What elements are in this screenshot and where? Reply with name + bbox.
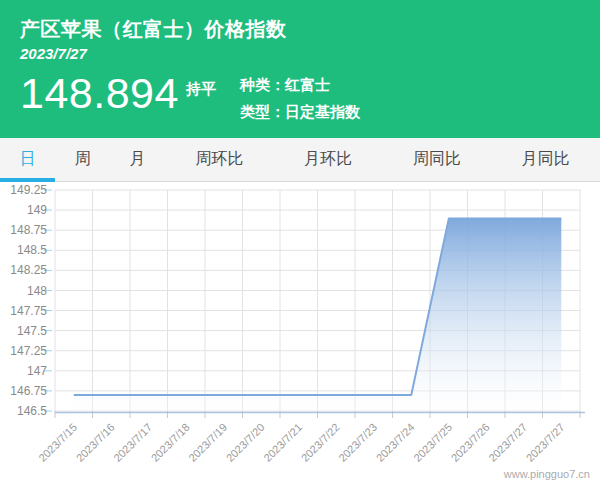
- tab-month-yoy[interactable]: 月同比: [491, 138, 600, 181]
- y-axis-labels: 149.25149148.75148.5148.25148147.75147.5…: [10, 183, 47, 418]
- header-date: 2023/7/27: [20, 45, 87, 62]
- meta-type: 类型：日定基指数: [240, 98, 360, 125]
- svg-text:147: 147: [27, 364, 47, 378]
- trend-label: 持平: [186, 80, 216, 99]
- svg-text:148.5: 148.5: [17, 243, 47, 257]
- svg-text:2023/7/27: 2023/7/27: [524, 421, 567, 464]
- price-index-widget: 产区苹果（红富士）价格指数 2023/7/27 148.894 持平 种类：红富…: [0, 0, 600, 484]
- svg-text:2023/7/24: 2023/7/24: [374, 421, 417, 464]
- svg-text:147.25: 147.25: [10, 344, 47, 358]
- svg-text:2023/7/21: 2023/7/21: [261, 421, 304, 464]
- svg-text:2023/7/16: 2023/7/16: [74, 421, 117, 464]
- price-chart[interactable]: 149.25149148.75148.5148.25148147.75147.5…: [0, 182, 600, 484]
- tab-week-yoy[interactable]: 周同比: [382, 138, 491, 181]
- svg-text:148.75: 148.75: [10, 223, 47, 237]
- svg-text:2023/7/22: 2023/7/22: [299, 421, 342, 464]
- svg-text:2023/7/20: 2023/7/20: [224, 421, 267, 464]
- index-value-row: 148.894 持平: [20, 68, 216, 118]
- svg-text:2023/7/18: 2023/7/18: [149, 421, 192, 464]
- tab-month[interactable]: 月: [110, 138, 165, 181]
- svg-text:2023/7/23: 2023/7/23: [336, 421, 379, 464]
- svg-text:147.5: 147.5: [17, 324, 47, 338]
- svg-text:2023/7/17: 2023/7/17: [111, 421, 154, 464]
- meta-species: 种类：红富士: [240, 71, 360, 98]
- svg-text:146.75: 146.75: [10, 384, 47, 398]
- svg-text:2023/7/19: 2023/7/19: [186, 421, 229, 464]
- svg-text:2023/7/15: 2023/7/15: [36, 421, 79, 464]
- period-tabs: 日周月周环比月环比周同比月同比: [0, 138, 600, 182]
- svg-text:2023/7/26: 2023/7/26: [449, 421, 492, 464]
- tab-day[interactable]: 日: [0, 138, 55, 181]
- page-title: 产区苹果（红富士）价格指数: [20, 16, 287, 43]
- tab-month-ring[interactable]: 月环比: [274, 138, 383, 181]
- index-value: 148.894: [20, 68, 179, 118]
- index-meta: 种类：红富士 类型：日定基指数: [240, 71, 360, 125]
- svg-text:149.25: 149.25: [10, 183, 47, 197]
- svg-text:2023/7/27: 2023/7/27: [486, 421, 529, 464]
- svg-text:148.25: 148.25: [10, 263, 47, 277]
- x-axis-labels: 2023/7/152023/7/162023/7/172023/7/182023…: [36, 421, 567, 464]
- header: 产区苹果（红富士）价格指数 2023/7/27 148.894 持平 种类：红富…: [0, 0, 600, 138]
- tab-week[interactable]: 周: [55, 138, 110, 181]
- svg-text:149: 149: [27, 203, 47, 217]
- svg-text:2023/7/25: 2023/7/25: [411, 421, 454, 464]
- svg-text:147.75: 147.75: [10, 304, 47, 318]
- svg-text:148: 148: [27, 284, 47, 298]
- svg-text:146.5: 146.5: [17, 404, 47, 418]
- watermark: www.pingguo7.cn: [504, 468, 590, 480]
- tab-week-ring[interactable]: 周环比: [165, 138, 274, 181]
